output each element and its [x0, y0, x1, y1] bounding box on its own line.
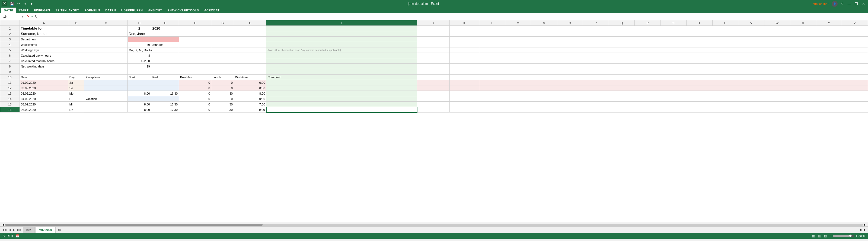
cell-a6[interactable]: Calculated dayly hours [20, 53, 127, 58]
cell-i4[interactable] [267, 42, 417, 47]
maximize-button[interactable]: ❐ [854, 1, 859, 6]
cell-g9[interactable] [211, 69, 234, 74]
cell-e10[interactable]: End [151, 74, 179, 80]
cell-a4[interactable]: Weekly time [20, 42, 84, 47]
cell-a14[interactable]: 04.02.2020 [20, 96, 68, 102]
cell-k12[interactable] [450, 85, 479, 91]
add-sheet-button[interactable]: ⊕ [56, 228, 63, 232]
cell-g2[interactable] [211, 31, 234, 37]
col-header-f[interactable]: F [179, 20, 211, 26]
cell-i11[interactable] [267, 80, 417, 85]
cell-e14[interactable] [151, 96, 179, 102]
cell-h3[interactable] [234, 37, 266, 42]
tab-formeln[interactable]: FORMELN [82, 8, 102, 13]
cell-f13[interactable]: 0 [179, 91, 211, 96]
col-header-y[interactable]: Y [816, 20, 842, 26]
cell-i10[interactable]: Comment [267, 74, 417, 80]
cell-j2[interactable] [417, 31, 450, 37]
cell-f9[interactable] [179, 69, 211, 74]
cancel-formula-icon[interactable]: ✕ [27, 14, 30, 19]
sheet-scroll-right-icon[interactable]: ▶ [863, 228, 867, 231]
cell-f7[interactable] [179, 58, 211, 64]
cell-j10[interactable] [417, 74, 450, 80]
sheet-tab-m02-2020[interactable]: M02.2020 [35, 227, 56, 233]
cell-d1[interactable]: 2 [127, 26, 151, 31]
sheet-nav-back[interactable]: ◀ [8, 228, 12, 231]
confirm-formula-icon[interactable]: ✓ [31, 14, 34, 19]
tab-einfuegen[interactable]: EINFÜGEN [31, 8, 53, 13]
cell-c9[interactable] [84, 69, 127, 74]
cell-d2[interactable]: Doe, Jane [127, 31, 179, 37]
cell-k4[interactable] [450, 42, 479, 47]
col-header-q[interactable]: Q [609, 20, 635, 26]
cell-g15[interactable]: 30 [211, 102, 234, 107]
cell-c5[interactable] [84, 47, 127, 53]
cell-k13[interactable] [450, 91, 479, 96]
view-normal-icon[interactable]: ▦ [812, 234, 815, 238]
cell-g12[interactable]: 0 [211, 85, 234, 91]
cell-g13[interactable]: 30 [211, 91, 234, 96]
quick-access-dropdown-icon[interactable]: ▼ [29, 1, 34, 6]
cell-o1[interactable] [557, 26, 583, 31]
cell-f2[interactable] [179, 31, 211, 37]
cell-f14[interactable]: 0 [179, 96, 211, 102]
cell-b16[interactable]: Do [68, 107, 84, 112]
scroll-right-icon[interactable]: ▶ [863, 223, 867, 226]
cell-h5[interactable] [234, 47, 266, 53]
cell-j4[interactable] [417, 42, 450, 47]
cell-f12[interactable]: 0 [179, 85, 211, 91]
minimize-button[interactable]: — [847, 1, 852, 6]
col-header-n[interactable]: N [531, 20, 557, 26]
col-header-b[interactable]: B [68, 20, 84, 26]
cell-j7[interactable] [417, 58, 450, 64]
cell-a3[interactable]: Department [20, 37, 84, 42]
cell-g5[interactable] [211, 47, 234, 53]
scroll-left-icon[interactable]: ◀ [1, 223, 5, 226]
cell-e1[interactable]: 2020 [151, 26, 179, 31]
cell-i5[interactable]: (Mon - Sun, abbreviation as in Day, comm… [267, 47, 417, 53]
user-avatar[interactable]: 👤 [832, 1, 838, 7]
cell-g1[interactable] [211, 26, 234, 31]
cell-b13[interactable]: Mo [68, 91, 84, 96]
cell-j5[interactable] [417, 47, 450, 53]
cell-i2[interactable] [267, 31, 417, 37]
cell-e13[interactable]: 16:30 [151, 91, 179, 96]
cell-d10[interactable]: Start [127, 74, 151, 80]
cell-h8[interactable] [234, 64, 266, 69]
cell-h7[interactable] [234, 58, 266, 64]
col-header-l[interactable]: L [479, 20, 505, 26]
cell-k9[interactable] [450, 69, 479, 74]
col-header-z[interactable]: Z [842, 20, 868, 26]
cell-e8[interactable] [151, 64, 179, 69]
cell-g7[interactable] [211, 58, 234, 64]
tab-ansicht[interactable]: ANSICHT [145, 8, 165, 13]
col-header-w[interactable]: W [764, 20, 790, 26]
cell-c16[interactable] [84, 107, 127, 112]
cell-c11[interactable] [84, 80, 127, 85]
cell-i6[interactable] [267, 53, 417, 58]
undo-icon[interactable]: ↩ [16, 1, 21, 6]
close-button[interactable]: ✕ [861, 1, 866, 6]
cell-i14[interactable] [267, 96, 417, 102]
cell-c2[interactable] [84, 31, 127, 37]
cell-f10[interactable]: Breakfast [179, 74, 211, 80]
tab-ueberpruefen[interactable]: ÜBERPRÜFEN [119, 8, 145, 13]
cell-f5[interactable] [179, 47, 211, 53]
cell-g8[interactable] [211, 64, 234, 69]
cell-e15[interactable]: 15:30 [151, 102, 179, 107]
cell-i15[interactable] [267, 102, 417, 107]
cell-h6[interactable] [234, 53, 266, 58]
cell-h2[interactable] [234, 31, 266, 37]
tab-start[interactable]: START [16, 8, 31, 13]
cell-a7[interactable]: Calculated monthly hours [20, 58, 127, 64]
col-header-k[interactable]: K [450, 20, 479, 26]
cell-c15[interactable] [84, 102, 127, 107]
cell-j13[interactable] [417, 91, 450, 96]
cell-c3[interactable] [84, 37, 127, 42]
cell-j15[interactable] [417, 102, 450, 107]
cell-d8[interactable]: 19 [127, 64, 151, 69]
cell-b11[interactable]: Sa [68, 80, 84, 85]
cell-g6[interactable] [211, 53, 234, 58]
col-header-j[interactable]: J [417, 20, 450, 26]
cell-reference-box[interactable] [1, 14, 20, 19]
